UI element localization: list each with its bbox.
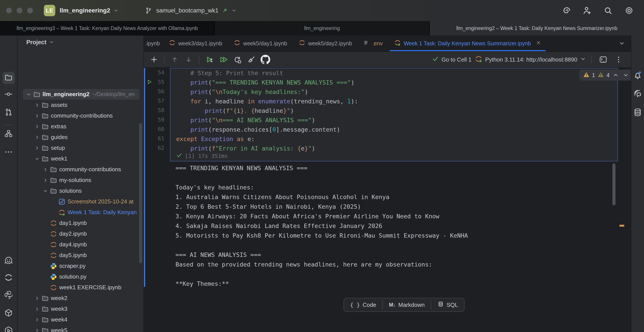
add-cell-button[interactable] [148, 54, 160, 65]
run-cell-button[interactable] [203, 54, 216, 65]
add-markdown-cell-button[interactable]: M↓ Markdown [383, 298, 431, 312]
tree-item-day5-ipynb[interactable]: day5.ipynb [23, 250, 140, 261]
tree-item-day2-ipynb[interactable]: day2.ipynb [23, 228, 140, 239]
close-icon[interactable] [536, 40, 541, 47]
add-sql-cell-button[interactable]: SQL [431, 298, 464, 312]
github-icon[interactable] [259, 54, 272, 65]
chevron-right-icon[interactable] [34, 135, 40, 140]
search-icon[interactable] [603, 6, 613, 15]
services-tool-button[interactable] [0, 326, 17, 332]
add-code-cell-button[interactable]: { } Code [344, 298, 382, 312]
close-window-button[interactable] [6, 8, 12, 13]
tree-scrollbar[interactable] [139, 123, 142, 263]
code-line[interactable]: print(f"{i}. {headline}") [176, 106, 618, 115]
settings-gear-icon[interactable] [624, 6, 634, 15]
tree-item-community-contributions[interactable]: community-contributions [23, 110, 140, 121]
editor-tab-week5-day1-ipynb[interactable]: week5/day1.ipynb [228, 35, 293, 51]
previous-problem-chevron-up-icon[interactable] [612, 72, 620, 78]
project-chevron-down-icon[interactable] [113, 8, 119, 13]
project-tool-button[interactable] [0, 72, 17, 84]
tree-item-my-solutions[interactable]: my-solutions [23, 175, 140, 185]
ai-assistant-tool-icon[interactable] [631, 89, 644, 98]
database-tool-icon[interactable] [631, 108, 644, 117]
chevron-right-icon[interactable] [42, 177, 49, 183]
kebab-menu-icon[interactable] [612, 54, 625, 65]
tree-item-setup[interactable]: setup [23, 143, 140, 153]
editor-tab--ipynb[interactable]: .ipynb [144, 35, 163, 51]
tree-item-community-contributions[interactable]: community-contributions [23, 164, 140, 175]
window-controls[interactable] [6, 8, 33, 13]
tree-item-llm-engineering2[interactable]: llm_engineering2~/Desktop/llm_en [23, 89, 140, 100]
editor-tab-week5-day2-ipynb[interactable]: week5/day2.ipynb [293, 35, 358, 51]
move-cell-up-button[interactable] [168, 54, 181, 65]
chevron-right-icon[interactable] [34, 328, 40, 332]
project-name[interactable]: llm_engineering2 [60, 7, 110, 14]
code-line[interactable]: for i, headline in enumerate(trending_ne… [176, 97, 618, 106]
branch-chevron-down-icon[interactable] [231, 8, 237, 13]
python-packages-button[interactable] [0, 308, 17, 318]
clear-outputs-button[interactable] [245, 54, 258, 65]
error-stripe-mark[interactable] [620, 225, 624, 227]
editor-tab-week-1-task-daily-kenyan-news-summarizer-ipynb[interactable]: Week 1 Task: Daily Kenyan News Summarize… [388, 35, 547, 51]
jupyter-console-button[interactable] [597, 54, 609, 65]
code-cell[interactable]: # Step 5: Print the result print("=== TR… [170, 68, 618, 162]
code-line[interactable]: except Exception as e: [176, 134, 618, 144]
project-panel-header[interactable]: Project [26, 39, 54, 46]
run-line-icon[interactable] [146, 79, 153, 87]
ai-assistant-icon[interactable] [561, 6, 571, 15]
window-tab-1[interactable]: llm_engineering3 – Week 1 Task: Kenyan D… [0, 21, 214, 35]
tree-item-week4[interactable]: week4 [23, 314, 140, 325]
more-tools-button[interactable] [0, 148, 17, 156]
restart-kernel-button[interactable] [231, 54, 244, 65]
chevron-right-icon[interactable] [34, 145, 40, 151]
tree-item-solutions[interactable]: solutions [23, 185, 140, 196]
chevron-down-icon[interactable] [26, 92, 32, 97]
commit-tool-button[interactable] [0, 90, 17, 99]
chevron-down-icon[interactable] [42, 188, 49, 194]
huggingface-tool-button[interactable] [0, 256, 17, 265]
code-line[interactable]: print(f"Error in AI analysis: {e}") [176, 144, 618, 153]
tree-item-screenshot-2025-10-24-at[interactable]: Screenshot 2025-10-24 at [23, 196, 140, 207]
code-editor[interactable]: # Step 5: Print the result print("=== TR… [170, 68, 618, 153]
run-all-cells-button[interactable] [217, 54, 230, 65]
chevron-right-icon[interactable] [34, 306, 40, 312]
tree-item-week-1-task-daily-kenyan[interactable]: Week 1 Task: Daily Kenyan [23, 207, 140, 218]
tree-item-day1-ipynb[interactable]: day1.ipynb [23, 218, 140, 228]
chevron-down-icon[interactable] [34, 156, 40, 162]
editor-tab--env[interactable]: .env [358, 35, 388, 51]
inspections-widget[interactable]: 1 4 [579, 70, 631, 81]
window-tab-3-active[interactable]: llm_engineering2 – Week 1 Task: Daily Ke… [430, 21, 644, 35]
code-line[interactable]: print("\n=== AI NEWS ANALYSIS ===") [176, 115, 618, 125]
tree-item-scraper-py[interactable]: scraper.py [23, 261, 140, 271]
pull-requests-tool-button[interactable] [0, 108, 17, 117]
tree-item-week3[interactable]: week3 [23, 304, 140, 314]
code-line[interactable]: print("\nToday's key headlines:") [176, 87, 618, 97]
chevron-right-icon[interactable] [34, 317, 40, 323]
kernel-selector[interactable]: Python 3.11.14: http://localhost:8890 [475, 55, 586, 64]
code-line[interactable]: print(response.choices[0].message.conten… [176, 125, 618, 134]
tree-item-week1-exercise-ipynb[interactable]: week1 EXERCISE.ipynb [23, 282, 140, 293]
tree-item-guides[interactable]: guides [23, 132, 140, 143]
output-scrollbar[interactable] [612, 163, 616, 205]
chevron-right-icon[interactable] [34, 124, 40, 129]
tree-item-week5[interactable]: week5 [23, 325, 140, 332]
panel-chevron-down-icon[interactable] [49, 39, 54, 46]
minimize-window-button[interactable] [17, 8, 22, 13]
code-line[interactable]: # Step 5: Print the result [176, 68, 618, 78]
chevron-right-icon[interactable] [34, 295, 40, 301]
notifications-bell-icon[interactable] [631, 70, 644, 80]
branch-name[interactable]: samuel_bootcamp_wk1 [156, 7, 218, 14]
goto-cell-button[interactable]: Go to Cell 1 [432, 55, 472, 64]
code-line[interactable]: print("=== TRENDING KENYAN NEWS ANALYSIS… [176, 78, 618, 87]
move-cell-down-button[interactable] [182, 54, 195, 65]
next-problem-chevron-down-icon[interactable] [622, 72, 630, 78]
chevron-right-icon[interactable] [34, 102, 40, 108]
add-user-icon[interactable] [582, 6, 592, 15]
tree-item-solution-py[interactable]: solution.py [23, 271, 140, 282]
tree-item-extras[interactable]: extras [23, 121, 140, 132]
tree-item-week1[interactable]: week1 [23, 153, 140, 164]
zoom-window-button[interactable] [27, 8, 33, 13]
chevron-right-icon[interactable] [34, 113, 40, 119]
tree-item-assets[interactable]: assets [23, 100, 140, 110]
jupyter-tool-button[interactable] [0, 273, 17, 282]
